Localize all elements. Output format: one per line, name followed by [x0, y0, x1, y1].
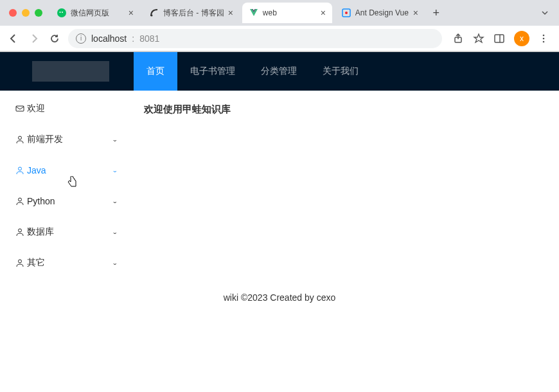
- close-tab-icon[interactable]: ×: [228, 8, 233, 18]
- svg-point-5: [345, 12, 348, 14]
- sidebar: 欢迎 前端开发 ⌄ Java ⌄ Python ⌄: [0, 91, 129, 281]
- svg-point-1: [60, 12, 61, 13]
- app-header: 首页 电子书管理 分类管理 关于我们: [0, 52, 559, 91]
- browser-chrome: 微信网页版 × 博客后台 - 博客园 × web × Ant Design Vu…: [0, 0, 559, 52]
- svg-point-15: [19, 198, 22, 201]
- browser-tab[interactable]: Ant Design Vue ×: [335, 3, 425, 23]
- back-button[interactable]: [6, 31, 21, 46]
- tab-title: web: [263, 8, 317, 17]
- omnibox[interactable]: i localhost:8081: [68, 29, 442, 48]
- window-controls: [5, 9, 48, 17]
- svg-point-9: [543, 34, 545, 36]
- svg-point-2: [62, 12, 63, 13]
- vue-icon: [249, 8, 259, 18]
- tab-title: 微信网页版: [71, 8, 125, 19]
- app-body: 欢迎 前端开发 ⌄ Java ⌄ Python ⌄: [0, 91, 559, 281]
- forward-button[interactable]: [27, 31, 41, 46]
- site-info-icon[interactable]: i: [76, 33, 86, 44]
- url-host: localhost: [91, 33, 127, 44]
- user-icon: [15, 227, 24, 236]
- close-tab-icon[interactable]: ×: [413, 8, 418, 18]
- nav-ebook[interactable]: 电子书管理: [177, 52, 248, 91]
- nav-about[interactable]: 关于我们: [310, 52, 371, 91]
- reload-button[interactable]: [48, 31, 62, 46]
- sidebar-item-python[interactable]: Python ⌄: [0, 186, 129, 217]
- app-logo: [32, 61, 109, 82]
- sidebar-item-label: 数据库: [27, 226, 54, 238]
- browser-tab[interactable]: web ×: [242, 3, 332, 23]
- user-icon: [15, 258, 24, 267]
- nav-category[interactable]: 分类管理: [248, 52, 310, 91]
- svg-point-0: [57, 8, 66, 17]
- svg-point-3: [151, 15, 153, 17]
- sidebar-item-welcome[interactable]: 欢迎: [0, 93, 129, 124]
- mail-icon: [15, 104, 24, 113]
- sidebar-item-java[interactable]: Java ⌄: [0, 155, 129, 186]
- sidebar-item-label: Java: [27, 165, 46, 175]
- menu-icon[interactable]: [538, 33, 549, 44]
- app-footer: wiki ©2023 Created by cexo: [0, 281, 559, 316]
- chevron-down-icon: ⌄: [112, 229, 118, 235]
- share-icon[interactable]: [452, 33, 464, 44]
- browser-tab[interactable]: 博客后台 - 博客园 ×: [143, 3, 240, 23]
- minimize-window-button[interactable]: [22, 9, 30, 17]
- main-content: 欢迎使用甲蛙知识库: [129, 91, 559, 281]
- chevron-down-icon: ⌄: [112, 198, 118, 204]
- close-tab-icon[interactable]: ×: [321, 8, 326, 18]
- svg-point-11: [543, 40, 545, 42]
- close-tab-icon[interactable]: ×: [129, 8, 134, 18]
- maximize-window-button[interactable]: [35, 9, 42, 17]
- svg-point-14: [19, 167, 22, 170]
- url-port: 8081: [139, 33, 159, 44]
- sidebar-item-label: 欢迎: [27, 103, 45, 114]
- tab-title: Ant Design Vue: [355, 8, 409, 17]
- profile-avatar[interactable]: x: [514, 31, 529, 46]
- sidebar-item-label: 其它: [27, 257, 45, 269]
- sidebar-item-label: 前端开发: [27, 134, 63, 145]
- svg-rect-7: [495, 35, 504, 42]
- user-icon: [15, 166, 24, 175]
- address-bar: i localhost:8081 x: [0, 26, 559, 51]
- svg-point-16: [19, 229, 22, 232]
- side-panel-icon[interactable]: [493, 33, 505, 44]
- svg-rect-12: [16, 106, 24, 111]
- sidebar-item-database[interactable]: 数据库 ⌄: [0, 217, 129, 247]
- svg-point-17: [19, 260, 22, 263]
- antd-icon: [341, 8, 351, 18]
- top-nav: 首页 电子书管理 分类管理 关于我们: [134, 52, 371, 91]
- browser-tab[interactable]: 微信网页版 ×: [50, 3, 140, 23]
- tab-strip: 微信网页版 × 博客后台 - 博客园 × web × Ant Design Vu…: [0, 0, 559, 26]
- url-port-sep: :: [132, 33, 134, 44]
- svg-point-10: [543, 37, 545, 39]
- user-icon: [15, 135, 24, 144]
- chevron-down-icon: ⌄: [112, 136, 118, 143]
- user-icon: [15, 197, 24, 206]
- chevron-down-icon: ⌄: [112, 260, 118, 266]
- bookmark-icon[interactable]: [473, 33, 484, 44]
- wechat-icon: [57, 8, 67, 18]
- tab-overflow-button[interactable]: [536, 8, 554, 17]
- chevron-down-icon: ⌄: [112, 167, 118, 174]
- cnblogs-icon: [149, 8, 159, 18]
- new-tab-button[interactable]: +: [427, 4, 445, 22]
- sidebar-item-other[interactable]: 其它 ⌄: [0, 247, 129, 278]
- svg-point-13: [19, 136, 22, 139]
- sidebar-item-frontend[interactable]: 前端开发 ⌄: [0, 124, 129, 155]
- nav-home[interactable]: 首页: [134, 52, 177, 91]
- tab-title: 博客后台 - 博客园: [163, 8, 224, 19]
- welcome-heading: 欢迎使用甲蛙知识库: [144, 103, 544, 116]
- close-window-button[interactable]: [9, 9, 17, 17]
- sidebar-item-label: Python: [27, 196, 55, 206]
